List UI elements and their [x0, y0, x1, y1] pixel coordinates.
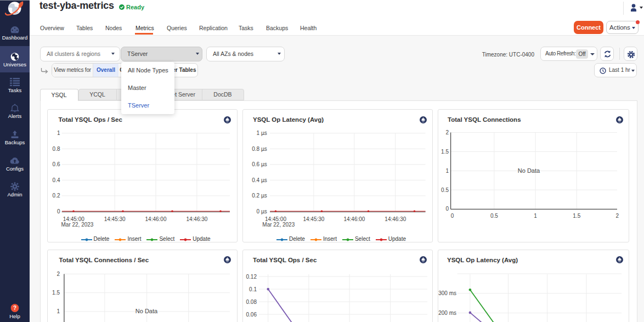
svg-text:0.5: 0.5 — [441, 187, 449, 193]
svg-text:0: 0 — [445, 206, 449, 212]
svg-text:0.6 µs: 0.6 µs — [252, 161, 267, 167]
svg-text:200 ms: 200 ms — [438, 310, 456, 316]
svg-text:0 µs: 0 µs — [257, 208, 267, 214]
svg-text:14:46:30: 14:46:30 — [186, 216, 207, 222]
svg-text:14:45:30: 14:45:30 — [303, 216, 324, 222]
svg-text:1.5: 1.5 — [441, 149, 449, 155]
svg-text:Mar 22, 2023: Mar 22, 2023 — [61, 222, 93, 228]
svg-text:2: 2 — [616, 213, 619, 219]
svg-text:2: 2 — [445, 129, 449, 135]
svg-text:0.2 µs: 0.2 µs — [252, 193, 267, 199]
svg-text:1 µs: 1 µs — [257, 130, 267, 136]
svg-text:1.5: 1.5 — [52, 290, 60, 296]
svg-text:0.8 µs: 0.8 µs — [252, 146, 267, 152]
svg-text:?: ? — [13, 305, 16, 311]
svg-text:14:46:30: 14:46:30 — [385, 216, 406, 222]
svg-text:1: 1 — [57, 308, 60, 314]
svg-text:Mar 22, 2023: Mar 22, 2023 — [262, 222, 295, 228]
svg-text:14:45:30: 14:45:30 — [104, 216, 125, 222]
svg-text:0.2: 0.2 — [52, 193, 60, 199]
svg-text:0.4: 0.4 — [52, 177, 60, 183]
svg-text:1: 1 — [57, 130, 60, 136]
svg-text:14:46:00: 14:46:00 — [145, 216, 166, 222]
svg-text:0: 0 — [57, 208, 60, 214]
svg-text:0.08: 0.08 — [246, 298, 257, 304]
svg-text:0.6: 0.6 — [52, 161, 60, 167]
svg-text:2: 2 — [57, 271, 60, 277]
svg-text:No Data: No Data — [135, 308, 157, 314]
svg-text:300 ms: 300 ms — [438, 290, 456, 296]
svg-text:0.06: 0.06 — [246, 311, 257, 317]
svg-text:14:46:00: 14:46:00 — [343, 216, 365, 222]
svg-text:0.12: 0.12 — [246, 273, 257, 279]
svg-text:0.8: 0.8 — [52, 146, 60, 152]
svg-text:1.5: 1.5 — [573, 213, 580, 219]
svg-text:No Data: No Data — [518, 167, 540, 174]
svg-text:0.1: 0.1 — [249, 286, 257, 292]
svg-text:1: 1 — [534, 213, 537, 219]
svg-text:0: 0 — [451, 213, 454, 219]
svg-text:1: 1 — [445, 168, 449, 174]
svg-text:0.4 µs: 0.4 µs — [252, 177, 267, 183]
svg-text:0.5: 0.5 — [490, 213, 498, 219]
